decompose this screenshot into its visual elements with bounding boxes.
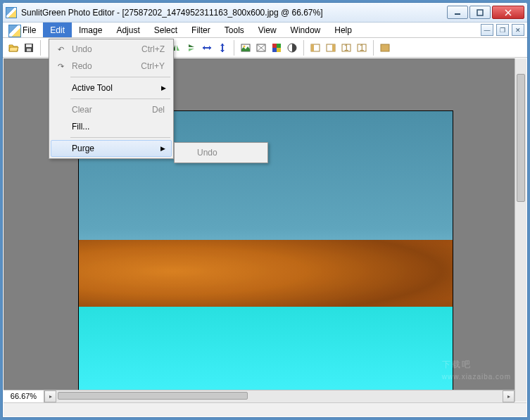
svg-rect-13 — [277, 44, 281, 48]
edit-fill[interactable]: Fill... — [51, 118, 172, 135]
menu-separator — [70, 137, 170, 138]
panel-one-icon[interactable]: 1 — [340, 42, 353, 54]
app-icon — [6, 7, 17, 18]
menu-file[interactable]: File — [6, 23, 43, 37]
window-title: SunlitGreen Photo Editor - [27587202_147… — [21, 8, 446, 18]
edit-purge[interactable]: Purge▶ — [51, 140, 172, 157]
title-bar: SunlitGreen Photo Editor - [27587202_147… — [3, 3, 527, 23]
scroll-right-button[interactable]: ▸ — [503, 390, 515, 402]
panel-left-icon[interactable] — [309, 42, 322, 54]
mdi-close-button[interactable]: ✕ — [512, 24, 524, 36]
purge-undo[interactable]: Undo — [176, 144, 266, 161]
svg-text:1: 1 — [344, 43, 349, 53]
resize-horizontal-icon[interactable] — [201, 42, 213, 54]
menu-view[interactable]: View — [251, 23, 284, 37]
resize-vertical-icon[interactable] — [216, 42, 229, 54]
toolbar-separator — [373, 40, 374, 56]
svg-rect-15 — [277, 48, 281, 52]
vertical-scrollbar[interactable] — [515, 58, 526, 402]
menu-adjust[interactable]: Adjust — [109, 23, 146, 37]
edit-redo[interactable]: ↷ RedoCtrl+Y — [51, 58, 172, 75]
toolbar-separator — [303, 40, 304, 56]
scroll-left-button[interactable]: ▸ — [44, 390, 56, 402]
svg-point-10 — [244, 45, 246, 47]
menu-tools[interactable]: Tools — [217, 23, 251, 37]
edit-clear[interactable]: ClearDel — [51, 101, 172, 118]
zoom-level[interactable]: 66.67% — [4, 390, 44, 402]
scroll-thumb[interactable] — [58, 392, 248, 400]
filter-icon[interactable] — [255, 42, 267, 54]
panel-right-icon[interactable] — [324, 42, 337, 54]
mdi-minimize-button[interactable]: — — [481, 24, 493, 36]
photo-icon[interactable] — [239, 42, 252, 54]
svg-rect-20 — [332, 44, 335, 51]
submenu-arrow-icon: ▶ — [161, 84, 166, 91]
window-controls — [446, 6, 524, 19]
palette-icon[interactable] — [270, 42, 283, 54]
toolbar-separator — [40, 40, 41, 56]
open-icon[interactable] — [7, 42, 20, 54]
bottom-scroll-area: 66.67% ▸ ▸ — [4, 390, 515, 402]
menu-bar: File Edit Image Adjust Select Filter Too… — [3, 23, 527, 38]
svg-rect-1 — [477, 10, 483, 15]
maximize-button[interactable] — [469, 6, 491, 19]
purge-submenu: Undo — [174, 142, 268, 163]
menu-separator — [70, 77, 170, 77]
svg-rect-12 — [272, 44, 277, 48]
edit-undo[interactable]: ↶ UndoCtrl+Z — [51, 41, 172, 58]
menu-help[interactable]: Help — [327, 23, 359, 37]
svg-rect-6 — [27, 49, 31, 51]
edit-active-tool[interactable]: Active Tool▶ — [51, 79, 172, 96]
edit-dropdown: ↶ UndoCtrl+Z ↷ RedoCtrl+Y Active Tool▶ C… — [49, 39, 174, 159]
mdi-restore-button[interactable]: ❐ — [496, 24, 509, 36]
minimize-button[interactable] — [447, 6, 468, 19]
svg-rect-14 — [272, 48, 277, 52]
menu-separator — [70, 98, 170, 99]
horizontal-scrollbar[interactable] — [56, 390, 503, 402]
menu-select[interactable]: Select — [147, 23, 184, 37]
save-icon[interactable] — [23, 42, 35, 54]
menu-image[interactable]: Image — [72, 23, 109, 37]
panel-two-icon[interactable]: 1 — [355, 42, 368, 54]
flip-vertical-icon[interactable] — [185, 42, 198, 54]
half-icon[interactable] — [286, 42, 298, 54]
svg-text:1: 1 — [360, 43, 365, 53]
svg-rect-5 — [26, 44, 32, 47]
menu-window[interactable]: Window — [284, 23, 328, 37]
mdi-controls: — ❐ ✕ — [481, 24, 524, 36]
undo-icon: ↶ — [55, 45, 66, 54]
submenu-arrow-icon: ▶ — [160, 145, 165, 152]
panel-full-icon[interactable] — [379, 42, 391, 54]
status-bar — [4, 402, 526, 416]
menu-filter[interactable]: Filter — [184, 23, 217, 37]
toolbar-separator — [234, 40, 234, 56]
menu-edit[interactable]: Edit — [43, 23, 72, 37]
svg-rect-25 — [381, 44, 389, 51]
svg-rect-18 — [311, 44, 314, 51]
app-window: SunlitGreen Photo Editor - [27587202_147… — [2, 2, 528, 418]
redo-icon: ↷ — [55, 62, 66, 71]
close-button[interactable] — [492, 6, 524, 19]
